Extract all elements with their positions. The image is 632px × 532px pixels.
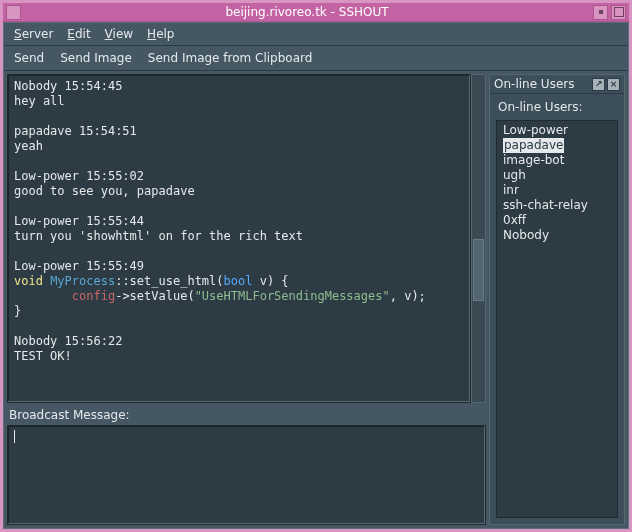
window-menu-button[interactable] bbox=[6, 5, 21, 20]
titlebar[interactable]: beijing.rivoreo.tk - SSHOUT bbox=[3, 3, 629, 22]
menubar: Server Edit View Help bbox=[4, 23, 628, 46]
send-image-clipboard-button[interactable]: Send Image from Clipboard bbox=[148, 51, 313, 65]
input-label: Broadcast Message: bbox=[7, 406, 486, 422]
user-list-item[interactable]: ugh bbox=[497, 168, 617, 183]
user-list-item[interactable]: image-bot bbox=[497, 153, 617, 168]
send-image-button[interactable]: Send Image bbox=[60, 51, 132, 65]
menu-help[interactable]: Help bbox=[147, 27, 174, 41]
panel-detach-icon[interactable]: ↗ bbox=[592, 78, 605, 91]
scrollbar-thumb[interactable] bbox=[473, 239, 484, 301]
minimize-button[interactable] bbox=[593, 5, 608, 20]
user-list-item-selected[interactable]: papadave bbox=[503, 138, 564, 153]
online-users-panel: On-line Users ↗ × On-line Users: Low-pow… bbox=[489, 74, 625, 525]
user-list-item[interactable]: Low-power bbox=[497, 123, 617, 138]
message-input[interactable] bbox=[7, 425, 486, 525]
users-heading: On-line Users: bbox=[490, 94, 624, 118]
text-caret bbox=[14, 430, 15, 443]
chat-log-container: Nobody 15:54:45 hey all papadave 15:54:5… bbox=[7, 74, 486, 403]
menu-edit[interactable]: Edit bbox=[67, 27, 90, 41]
chat-log[interactable]: Nobody 15:54:45 hey all papadave 15:54:5… bbox=[7, 74, 471, 403]
user-list-item[interactable]: Nobody bbox=[497, 228, 617, 243]
panel-close-icon[interactable]: × bbox=[607, 78, 620, 91]
users-panel-title: On-line Users bbox=[494, 77, 574, 91]
window-title: beijing.rivoreo.tk - SSHOUT bbox=[21, 5, 593, 19]
user-list-item[interactable]: ssh-chat-relay bbox=[497, 198, 617, 213]
menu-view[interactable]: View bbox=[105, 27, 133, 41]
user-list-item[interactable]: inr bbox=[497, 183, 617, 198]
menu-server[interactable]: Server bbox=[14, 27, 53, 41]
window-frame: beijing.rivoreo.tk - SSHOUT Server Edit … bbox=[0, 0, 632, 532]
user-list-item[interactable]: 0xff bbox=[497, 213, 617, 228]
main-area: Nobody 15:54:45 hey all papadave 15:54:5… bbox=[4, 71, 628, 528]
user-list[interactable]: Low-powerpapadaveimage-botughinrssh-chat… bbox=[496, 120, 618, 518]
send-button[interactable]: Send bbox=[14, 51, 44, 65]
left-column: Nobody 15:54:45 hey all papadave 15:54:5… bbox=[7, 74, 486, 525]
toolbar: Send Send Image Send Image from Clipboar… bbox=[4, 46, 628, 71]
chat-scrollbar[interactable] bbox=[471, 74, 486, 403]
client-area: Server Edit View Help Send Send Image Se… bbox=[3, 22, 629, 529]
maximize-button[interactable] bbox=[611, 5, 626, 20]
users-panel-header[interactable]: On-line Users ↗ × bbox=[490, 75, 624, 94]
